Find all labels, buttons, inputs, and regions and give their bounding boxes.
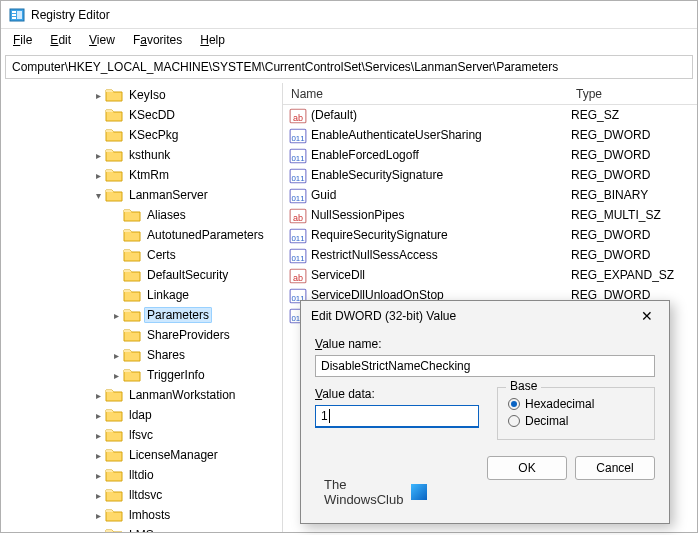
tree-pane[interactable]: ▸KeyIsoKSecDDKSecPkg▸ksthunk▸KtmRm▾Lanma… — [1, 83, 283, 532]
binary-value-icon: 011 — [289, 247, 307, 263]
tree-item-triggerinfo[interactable]: ▸TriggerInfo — [1, 365, 282, 385]
tree-label: KSecPkg — [126, 127, 181, 143]
tree-item-shareproviders[interactable]: ShareProviders — [1, 325, 282, 345]
close-icon[interactable]: ✕ — [635, 304, 659, 328]
chevron-right-icon[interactable]: ▸ — [91, 510, 105, 521]
value-name: EnableForcedLogoff — [311, 148, 571, 162]
tree-label: lltdsvc — [126, 487, 165, 503]
svg-text:011: 011 — [291, 134, 304, 143]
tree-item-lltdio[interactable]: ▸lltdio — [1, 465, 282, 485]
svg-text:011: 011 — [291, 234, 304, 243]
tree-item-aliases[interactable]: Aliases — [1, 205, 282, 225]
tree-item-shares[interactable]: ▸Shares — [1, 345, 282, 365]
folder-icon — [123, 327, 141, 343]
tree-label: LanmanWorkstation — [126, 387, 239, 403]
value-row[interactable]: 011GuidREG_BINARY — [283, 185, 697, 205]
radio-icon — [508, 398, 520, 410]
chevron-right-icon[interactable]: ▸ — [91, 410, 105, 421]
base-group: Base Hexadecimal Decimal — [497, 387, 655, 440]
base-label: Base — [506, 379, 541, 393]
tree-item-lfsvc[interactable]: ▸lfsvc — [1, 425, 282, 445]
tree-item-lltdsvc[interactable]: ▸lltdsvc — [1, 485, 282, 505]
chevron-right-icon[interactable]: ▸ — [91, 490, 105, 501]
chevron-right-icon[interactable]: ▸ — [91, 470, 105, 481]
tree-label: lfsvc — [126, 427, 156, 443]
folder-icon — [105, 507, 123, 523]
chevron-right-icon[interactable]: ▸ — [91, 150, 105, 161]
value-row[interactable]: abNullSessionPipesREG_MULTI_SZ — [283, 205, 697, 225]
tree-item-lmhosts[interactable]: ▸lmhosts — [1, 505, 282, 525]
tree-item-linkage[interactable]: Linkage — [1, 285, 282, 305]
binary-value-icon: 011 — [289, 227, 307, 243]
binary-value-icon: 011 — [289, 187, 307, 203]
tree-label: lltdio — [126, 467, 157, 483]
tree-item-autotunedparameters[interactable]: AutotunedParameters — [1, 225, 282, 245]
tree-item-lanmanserver[interactable]: ▾LanmanServer — [1, 185, 282, 205]
tree-item-parameters[interactable]: ▸Parameters — [1, 305, 282, 325]
svg-text:ab: ab — [293, 273, 303, 283]
string-value-icon: ab — [289, 107, 307, 123]
chevron-right-icon[interactable]: ▸ — [91, 90, 105, 101]
tree-item-ktmrm[interactable]: ▸KtmRm — [1, 165, 282, 185]
folder-icon — [105, 407, 123, 423]
value-type: REG_DWORD — [571, 168, 650, 182]
tree-label: LMS — [126, 527, 157, 532]
value-row[interactable]: 011EnableSecuritySignatureREG_DWORD — [283, 165, 697, 185]
dialog-titlebar: Edit DWORD (32-bit) Value ✕ — [301, 301, 669, 331]
chevron-right-icon[interactable]: ▸ — [91, 450, 105, 461]
chevron-right-icon[interactable]: ▸ — [109, 370, 123, 381]
address-bar[interactable]: Computer\HKEY_LOCAL_MACHINE\SYSTEM\Curre… — [5, 55, 693, 79]
value-row[interactable]: abServiceDllREG_EXPAND_SZ — [283, 265, 697, 285]
column-type[interactable]: Type — [568, 85, 697, 103]
tree-label: Aliases — [144, 207, 189, 223]
folder-icon — [123, 347, 141, 363]
tree-label: KSecDD — [126, 107, 178, 123]
menu-view[interactable]: View — [81, 31, 123, 49]
value-row[interactable]: 011RequireSecuritySignatureREG_DWORD — [283, 225, 697, 245]
folder-icon — [105, 127, 123, 143]
menubar: File Edit View Favorites Help — [1, 29, 697, 51]
tree-item-lms[interactable]: ▸LMS — [1, 525, 282, 532]
binary-value-icon: 011 — [289, 167, 307, 183]
chevron-right-icon[interactable]: ▸ — [109, 310, 123, 321]
chevron-right-icon[interactable]: ▸ — [91, 170, 105, 181]
value-row[interactable]: ab(Default)REG_SZ — [283, 105, 697, 125]
ok-button[interactable]: OK — [487, 456, 567, 480]
svg-text:011: 011 — [291, 174, 304, 183]
titlebar: Registry Editor — [1, 1, 697, 29]
value-name: RestrictNullSessAccess — [311, 248, 571, 262]
tree-item-ksecdd[interactable]: KSecDD — [1, 105, 282, 125]
value-name: Guid — [311, 188, 571, 202]
column-name[interactable]: Name — [283, 85, 568, 103]
chevron-right-icon[interactable]: ▸ — [91, 530, 105, 533]
chevron-right-icon[interactable]: ▸ — [109, 350, 123, 361]
value-row[interactable]: 011EnableForcedLogoffREG_DWORD — [283, 145, 697, 165]
value-data-field[interactable]: 1 — [315, 405, 479, 428]
chevron-right-icon[interactable]: ▸ — [91, 390, 105, 401]
menu-edit[interactable]: Edit — [42, 31, 79, 49]
tree-label: Linkage — [144, 287, 192, 303]
menu-help[interactable]: Help — [192, 31, 233, 49]
tree-item-ldap[interactable]: ▸ldap — [1, 405, 282, 425]
svg-text:011: 011 — [291, 154, 304, 163]
value-name-field[interactable]: DisableStrictNameChecking — [315, 355, 655, 377]
cancel-button[interactable]: Cancel — [575, 456, 655, 480]
folder-icon — [105, 187, 123, 203]
value-row[interactable]: 011RestrictNullSessAccessREG_DWORD — [283, 245, 697, 265]
folder-icon — [105, 487, 123, 503]
tree-item-certs[interactable]: Certs — [1, 245, 282, 265]
menu-file[interactable]: File — [5, 31, 40, 49]
value-name: EnableAuthenticateUserSharing — [311, 128, 571, 142]
tree-item-ksecpkg[interactable]: KSecPkg — [1, 125, 282, 145]
tree-item-defaultsecurity[interactable]: DefaultSecurity — [1, 265, 282, 285]
radio-decimal[interactable]: Decimal — [508, 414, 644, 428]
menu-favorites[interactable]: Favorites — [125, 31, 190, 49]
tree-item-licensemanager[interactable]: ▸LicenseManager — [1, 445, 282, 465]
chevron-right-icon[interactable]: ▸ — [91, 430, 105, 441]
radio-hexadecimal[interactable]: Hexadecimal — [508, 397, 644, 411]
value-row[interactable]: 011EnableAuthenticateUserSharingREG_DWOR… — [283, 125, 697, 145]
tree-item-ksthunk[interactable]: ▸ksthunk — [1, 145, 282, 165]
tree-item-keyiso[interactable]: ▸KeyIso — [1, 85, 282, 105]
chevron-down-icon[interactable]: ▾ — [91, 190, 105, 201]
tree-item-lanmanworkstation[interactable]: ▸LanmanWorkstation — [1, 385, 282, 405]
